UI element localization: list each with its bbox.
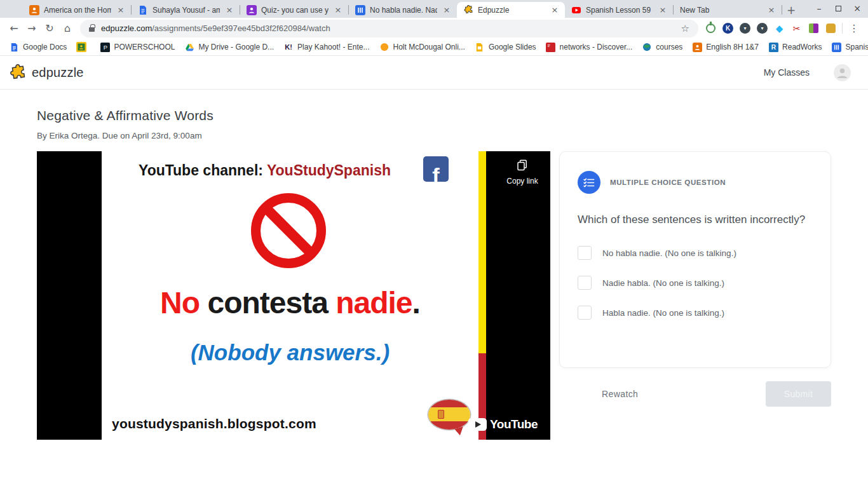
close-icon[interactable]: × [224,5,234,15]
thumb-extension-icon[interactable] [822,20,839,37]
globe-icon [642,42,652,52]
youtube-icon [571,5,581,15]
bookmark-google-slides[interactable]: Google Slides [475,42,536,52]
bookmark-label: ReadWorks [782,43,822,51]
minimize-button[interactable]: – [810,0,829,17]
back-button[interactable]: ← [5,20,23,37]
power-extension-icon[interactable] [702,20,719,37]
bookmark-readworks[interactable]: R ReadWorks [768,42,822,52]
bookmark-networks[interactable]: networks - Discover... [546,42,633,52]
tab-quiz[interactable]: Quiz- you can use your × [240,2,348,18]
assignment-page: Negative & Affirmative Words By Erika Or… [0,108,868,440]
diamond-extension-icon[interactable]: ◆ [771,20,788,37]
bookmarks-bar: Google Docs P POWERSCHOOL My Drive - Goo… [0,39,868,56]
url-text: edpuzzle.com/assignments/5e9ef397ee45bd3… [101,24,330,33]
rewatch-button[interactable]: Rewatch [602,389,638,399]
tab-edpuzzle-active[interactable]: Edpuzzle × [457,2,565,18]
avatar[interactable] [834,64,851,81]
close-window-button[interactable]: × [848,0,867,17]
lock-icon [89,27,95,32]
bookmark-powerschool[interactable]: P POWERSCHOOL [100,42,175,52]
reload-button[interactable]: ↻ [41,20,58,37]
checkbox[interactable] [578,246,592,260]
option-row-3[interactable]: Habla nadie. (No one is talking.) [578,306,813,320]
tab-new-tab[interactable]: New Tab × [674,2,782,18]
bookmark-english-8h[interactable]: English 8H 1&7 [692,42,759,52]
copy-link-label: Copy link [498,177,547,186]
slide-website: youstudyspanish.blogspot.com [112,416,316,431]
split-color-extension-icon[interactable] [805,20,822,37]
tab-label: Spanish Lesson 59 - N [586,6,653,15]
tab-label: New Tab [680,6,762,15]
restore-button[interactable] [829,0,848,17]
question-prompt: Which of these sentences is written inco… [578,214,813,226]
kami-extension-icon[interactable]: K [719,20,736,37]
assignment-workspace: YouTube channel: YouStudySpanish f No co… [37,151,831,440]
video-slide: YouTube channel: YouStudySpanish f No co… [102,151,478,440]
close-icon[interactable]: × [550,5,560,15]
options-list: No habla nadie. (No one is talking.) Nad… [578,246,813,320]
tab-label: Edpuzzle [478,6,545,15]
slide-sentence: No contesta nadie. [102,285,478,320]
bookmark-kahoot[interactable]: K! Play Kahoot! - Ente... [283,42,369,52]
question-type-label: MULTIPLE CHOICE QUESTION [610,179,726,186]
close-icon[interactable]: × [116,5,126,15]
spanishdict-icon [355,5,365,15]
submit-button[interactable]: Submit [766,381,831,407]
shield-extension-icon[interactable]: ▾ [736,20,754,37]
bookmark-label: SpanishDict | Engli... [846,43,868,51]
forward-button[interactable]: → [23,20,41,37]
assignment-byline: By Erika Ortega. Due on April 23rd, 9:00… [37,131,831,140]
tab-no-habla-nadie[interactable]: No habla nadie. Nadie × [349,2,457,18]
bookmark-label: English 8H 1&7 [706,43,759,51]
video-player[interactable]: YouTube channel: YouStudySpanish f No co… [37,151,550,440]
close-icon[interactable]: × [442,5,452,15]
youtube-watermark[interactable]: YouTube [468,417,538,431]
option-row-1[interactable]: No habla nadie. (No one is talking.) [578,246,813,260]
checkbox[interactable] [578,306,592,320]
powerschool-icon: P [100,42,110,52]
tab-america-homefront[interactable]: America on the Homef × [23,2,131,18]
tab-label: Suhayla Yousuf - ameri [153,6,220,15]
bookmark-label: Google Docs [23,43,67,51]
chrome-menu-button[interactable]: ⋮ [845,20,863,37]
classroom-orange-icon [692,42,702,52]
svg-text:P: P [104,44,107,51]
close-icon[interactable]: × [766,5,776,15]
bookmark-courses[interactable]: courses [642,42,682,52]
multiple-choice-icon [578,171,600,194]
restore-icon [836,6,841,11]
window-controls: – × [810,0,867,17]
question-header: MULTIPLE CHOICE QUESTION [578,171,813,194]
bookmark-classroom[interactable] [76,42,90,52]
my-classes-link[interactable]: My Classes [764,67,810,78]
option-label: No habla nadie. (No one is talking.) [602,248,736,258]
tab-suhayla-yousuf[interactable]: Suhayla Yousuf - ameri × [132,2,240,18]
copy-link-button[interactable]: Copy link [498,159,547,186]
bookmark-my-drive[interactable]: My Drive - Google D... [184,42,274,52]
home-button[interactable]: ⌂ [58,20,76,37]
checkbox[interactable] [578,276,592,290]
tab-label: No habla nadie. Nadie [370,6,437,15]
scissors-extension-icon[interactable]: ✂ [788,20,805,37]
new-tab-button[interactable]: + [782,2,800,18]
address-bar[interactable]: edpuzzle.com/assignments/5e9ef397ee45bd3… [80,20,698,37]
spanishdict-icon [832,42,842,52]
edpuzzle-icon [10,64,27,81]
svg-text:R: R [771,44,776,51]
brand-wordmark: edpuzzle [32,65,84,80]
edpuzzle-logo[interactable]: edpuzzle [10,64,84,81]
option-row-2[interactable]: Nadie habla. (No one is talking.) [578,276,813,290]
shield-extension-icon[interactable]: ▾ [754,20,771,37]
bookmark-label: Google Slides [489,43,536,51]
google-drive-icon [184,42,194,52]
split-icon [809,24,818,33]
bookmark-google-docs[interactable]: Google Docs [9,42,67,52]
bookmark-holt-mcdougal[interactable]: Holt McDougal Onli... [379,42,465,52]
bookmark-spanishdict[interactable]: SpanishDict | Engli... [832,42,868,52]
close-icon[interactable]: × [333,5,343,15]
bookmark-star-icon[interactable]: ☆ [681,23,689,34]
tab-spanish-lesson[interactable]: Spanish Lesson 59 - N × [565,2,673,18]
tab-label: America on the Homef [44,6,111,15]
close-icon[interactable]: × [658,5,668,15]
